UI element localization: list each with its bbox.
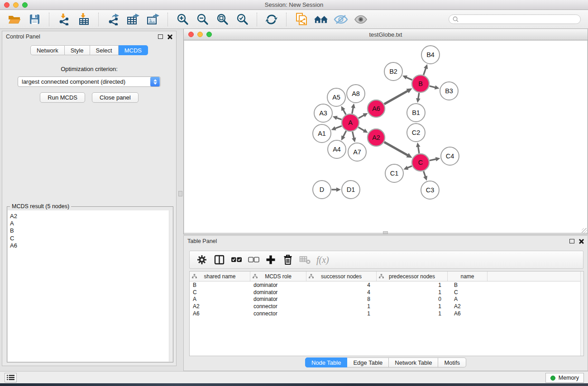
mcds-result-item[interactable]: A2 bbox=[8, 213, 172, 220]
open-file-button[interactable] bbox=[7, 12, 22, 27]
close-panel-icon[interactable] bbox=[167, 34, 172, 39]
close-panel-button[interactable]: Close panel bbox=[92, 92, 139, 103]
mcds-result-item[interactable]: C bbox=[8, 235, 172, 242]
minimize-window-button[interactable] bbox=[13, 2, 19, 8]
graph-node-B1[interactable]: B1 bbox=[407, 104, 425, 122]
graph-node-C3[interactable]: C3 bbox=[421, 181, 439, 199]
tab-network[interactable]: Network bbox=[30, 45, 65, 55]
close-panel-icon[interactable] bbox=[579, 239, 584, 244]
graph-edge-C-C2[interactable] bbox=[416, 143, 420, 153]
tab-motifs[interactable]: Motifs bbox=[438, 357, 466, 367]
export-image-button[interactable] bbox=[146, 12, 160, 27]
graph-node-A4[interactable]: A4 bbox=[328, 140, 346, 158]
graph-node-C2[interactable]: C2 bbox=[407, 124, 425, 142]
result-scrollbar[interactable] bbox=[169, 210, 172, 362]
show-columns-button[interactable] bbox=[211, 253, 227, 267]
table-settings-button[interactable] bbox=[194, 253, 210, 267]
graph-node-D1[interactable]: D1 bbox=[342, 181, 360, 199]
tab-mcds[interactable]: MCDS bbox=[119, 45, 148, 55]
graph-edge-B-B1[interactable] bbox=[416, 93, 420, 103]
zoom-in-button[interactable] bbox=[175, 12, 190, 27]
tab-node-table[interactable]: Node Table bbox=[305, 357, 348, 367]
graph-edge-A-A2[interactable] bbox=[359, 127, 368, 133]
graph-node-A2[interactable]: A2 bbox=[368, 129, 385, 146]
select-all-button[interactable] bbox=[229, 253, 244, 267]
graph-edge-A-A3[interactable] bbox=[333, 116, 342, 120]
show-graphics-details-button[interactable] bbox=[354, 12, 368, 27]
tab-select[interactable]: Select bbox=[90, 45, 119, 55]
export-network-button[interactable] bbox=[106, 12, 120, 27]
import-network-button[interactable] bbox=[57, 12, 71, 27]
deselect-all-button[interactable] bbox=[246, 253, 261, 267]
graph-edge-A-A1[interactable] bbox=[331, 126, 342, 130]
graph-node-A[interactable]: A bbox=[342, 114, 359, 131]
export-table-button[interactable] bbox=[126, 12, 140, 27]
graph-edge-B-B3[interactable] bbox=[430, 85, 440, 89]
graph-edge-A-A6[interactable] bbox=[359, 113, 368, 118]
zoom-window-button[interactable] bbox=[22, 2, 28, 8]
home-view-button[interactable] bbox=[314, 12, 328, 27]
graph-node-B4[interactable]: B4 bbox=[421, 46, 440, 64]
graph-edge-A6-B[interactable] bbox=[384, 88, 412, 104]
close-window-button[interactable] bbox=[4, 2, 10, 8]
graph-node-A1[interactable]: A1 bbox=[313, 124, 331, 143]
graph-node-A3[interactable]: A3 bbox=[314, 104, 332, 122]
tab-network-table[interactable]: Network Table bbox=[389, 357, 438, 367]
delete-column-button[interactable] bbox=[280, 253, 296, 267]
graph-edge-B-B2[interactable] bbox=[402, 76, 412, 80]
graph-node-A7[interactable]: A7 bbox=[348, 143, 366, 161]
graph-edge-A-A7[interactable] bbox=[352, 132, 356, 143]
memory-button[interactable]: Memory bbox=[545, 373, 584, 383]
add-column-button[interactable] bbox=[263, 253, 278, 267]
graph-edge-A-A8[interactable] bbox=[351, 104, 355, 114]
graph-edge-C-C3[interactable] bbox=[423, 171, 427, 181]
graph-edge-B-B4[interactable] bbox=[424, 64, 428, 75]
network-zoom-button[interactable] bbox=[206, 32, 212, 37]
float-panel-icon[interactable] bbox=[569, 239, 574, 243]
zoom-fit-button[interactable] bbox=[215, 12, 229, 27]
table-scrollbar[interactable] bbox=[580, 272, 583, 356]
graph-node-C4[interactable]: C4 bbox=[441, 147, 459, 165]
zoom-out-button[interactable] bbox=[195, 12, 210, 27]
splitter-handle[interactable] bbox=[178, 191, 182, 196]
table-row[interactable]: A2connector11A2 bbox=[190, 303, 583, 310]
graph-node-C1[interactable]: C1 bbox=[385, 164, 403, 182]
apply-layout-button[interactable] bbox=[264, 12, 279, 27]
column-header-successor-nodes[interactable]: successor nodes bbox=[306, 272, 377, 281]
graph-node-A8[interactable]: A8 bbox=[347, 85, 365, 103]
table-row[interactable]: Cdominator41C bbox=[190, 289, 583, 296]
graph-node-C[interactable]: C bbox=[412, 154, 429, 171]
mcds-result-item[interactable]: A bbox=[8, 220, 172, 227]
run-mcds-button[interactable]: Run MCDS bbox=[40, 92, 85, 103]
table-row[interactable]: Adominator80A bbox=[190, 295, 583, 303]
import-table-button[interactable] bbox=[76, 12, 91, 27]
graph-edge-A2-C[interactable] bbox=[384, 142, 412, 158]
table-row[interactable]: Bdominator41B bbox=[190, 281, 583, 289]
tab-edge-table[interactable]: Edge Table bbox=[347, 357, 389, 367]
new-network-from-selection-button[interactable] bbox=[294, 12, 308, 27]
criterion-dropdown[interactable]: largest connected component (directed) bbox=[18, 76, 161, 87]
network-scroll-handle[interactable] bbox=[383, 231, 388, 234]
task-history-button[interactable] bbox=[5, 373, 17, 382]
float-panel-icon[interactable] bbox=[158, 34, 163, 39]
network-minimize-button[interactable] bbox=[197, 32, 203, 37]
zoom-selected-button[interactable] bbox=[235, 12, 249, 27]
network-close-button[interactable] bbox=[188, 32, 194, 37]
network-titlebar[interactable]: testGlobe.txt bbox=[184, 29, 588, 40]
graph-edge-A-A4[interactable] bbox=[341, 131, 346, 140]
graph-node-B3[interactable]: B3 bbox=[440, 82, 458, 100]
graph-node-A6[interactable]: A6 bbox=[368, 100, 385, 117]
search-input[interactable] bbox=[461, 16, 577, 23]
table-row[interactable]: A6connector11A6 bbox=[190, 310, 583, 317]
graph-edge-A-A5[interactable] bbox=[341, 106, 346, 114]
graph-edge-C-C1[interactable] bbox=[403, 166, 412, 170]
network-resize-grip[interactable] bbox=[582, 228, 587, 234]
network-canvas[interactable]: AA1A2A3A4A5A6A7A8BB1B2B3B4CC1C2C3C4DD1 bbox=[184, 41, 587, 233]
search-field[interactable] bbox=[449, 14, 581, 24]
column-header-name[interactable]: name bbox=[448, 272, 488, 281]
graph-node-B[interactable]: B bbox=[412, 75, 429, 92]
column-header-MCDS-role[interactable]: MCDS role bbox=[250, 272, 306, 281]
column-header-predecessor-nodes[interactable]: predecessor nodes bbox=[377, 272, 448, 281]
mcds-result-item[interactable]: A6 bbox=[8, 242, 172, 249]
graph-node-B2[interactable]: B2 bbox=[384, 62, 402, 81]
